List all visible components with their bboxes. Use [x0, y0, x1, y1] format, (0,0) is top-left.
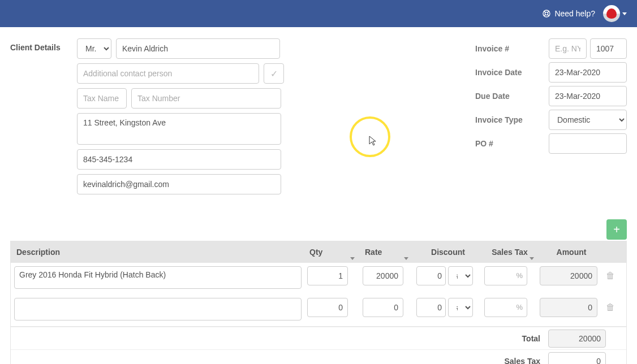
flame-icon	[606, 8, 617, 19]
percent-label: %	[516, 298, 523, 317]
caret-down-icon	[350, 257, 355, 260]
trash-icon: 🗑	[606, 302, 615, 313]
due-date-label: Due Date	[475, 92, 549, 101]
page: Client Details Mr. ✓ 11 Street, Kingston…	[0, 27, 637, 194]
line-discount-input[interactable]	[416, 266, 446, 285]
top-bar: Need help?	[0, 0, 637, 27]
avatar	[603, 5, 620, 22]
line-discount-type-select[interactable]: #	[448, 298, 473, 317]
client-details-label: Client Details	[10, 38, 77, 194]
tax-number-input[interactable]	[131, 88, 281, 109]
need-help-link[interactable]: Need help?	[542, 9, 595, 18]
delete-line-button[interactable]: 🗑	[605, 298, 616, 313]
total-label: Total	[11, 334, 548, 343]
totals-section: Total Sales Tax Shipping Charges	[11, 326, 626, 364]
line-items-grid: Description Qty Rate Discount Sales Tax …	[10, 241, 627, 364]
line-rate-input[interactable]	[363, 298, 403, 317]
additional-contact-input[interactable]	[77, 63, 259, 84]
svg-line-2	[544, 11, 546, 12]
header-description: Description	[11, 248, 305, 257]
caret-down-icon	[530, 257, 534, 260]
total-value	[548, 330, 606, 348]
confirm-contact-button[interactable]: ✓	[264, 63, 284, 84]
line-qty-input[interactable]	[307, 298, 348, 317]
invoice-date-input[interactable]	[549, 62, 627, 83]
po-input[interactable]	[549, 133, 627, 154]
line-rate-input[interactable]	[363, 266, 403, 285]
sales-tax-total-value	[548, 352, 606, 365]
header-qty[interactable]: Qty	[305, 248, 360, 257]
user-menu[interactable]	[603, 5, 627, 22]
line-amount-output	[540, 266, 597, 285]
trash-icon: 🗑	[606, 271, 615, 281]
svg-point-1	[545, 12, 548, 15]
grid-header: Description Qty Rate Discount Sales Tax …	[11, 241, 626, 263]
invoice-prefix-input[interactable]	[549, 38, 587, 59]
line-row: # % 🗑	[11, 294, 626, 326]
invoice-meta: Invoice # Invoice Date Due Date Invoice …	[475, 38, 627, 157]
svg-line-4	[544, 15, 546, 16]
tax-name-input[interactable]	[77, 88, 127, 109]
email-input[interactable]	[77, 174, 281, 194]
line-discount-input[interactable]	[416, 298, 446, 317]
lifebuoy-icon	[542, 9, 551, 18]
svg-line-3	[548, 11, 549, 12]
invoice-number-input[interactable]	[590, 38, 627, 59]
client-name-input[interactable]	[116, 38, 280, 59]
invoice-number-label: Invoice #	[475, 44, 549, 53]
caret-down-icon	[404, 257, 408, 260]
header-rate[interactable]: Rate	[360, 248, 414, 257]
salutation-select[interactable]: Mr.	[77, 38, 111, 59]
line-discount-type-select[interactable]: #	[448, 266, 473, 285]
check-icon: ✓	[270, 68, 278, 79]
plus-icon: +	[613, 223, 620, 236]
need-help-label: Need help?	[554, 9, 595, 18]
due-date-input[interactable]	[549, 86, 627, 106]
header-discount: Discount	[414, 248, 482, 257]
sales-tax-total-label: Sales Tax	[11, 357, 548, 365]
add-line-button[interactable]: +	[606, 219, 627, 240]
line-qty-input[interactable]	[307, 266, 348, 285]
address-input[interactable]: 11 Street, Kingston Ave	[77, 113, 281, 145]
line-amount-output	[540, 298, 597, 317]
invoice-type-label: Invoice Type	[475, 115, 549, 124]
po-label: PO #	[475, 139, 549, 148]
svg-line-5	[548, 15, 549, 16]
percent-label: %	[516, 266, 523, 285]
invoice-type-select[interactable]: Domestic	[549, 110, 627, 130]
line-row: Grey 2016 Honda Fit Hybrid (Hatch Back) …	[11, 263, 626, 294]
line-description-input[interactable]: Grey 2016 Honda Fit Hybrid (Hatch Back)	[14, 266, 302, 289]
header-amount: Amount	[537, 248, 605, 257]
invoice-date-label: Invoice Date	[475, 68, 549, 77]
line-description-input[interactable]	[14, 298, 302, 320]
phone-input[interactable]	[77, 149, 281, 170]
delete-line-button[interactable]: 🗑	[605, 266, 616, 281]
caret-down-icon	[622, 12, 627, 15]
header-tax[interactable]: Sales Tax	[482, 248, 537, 257]
